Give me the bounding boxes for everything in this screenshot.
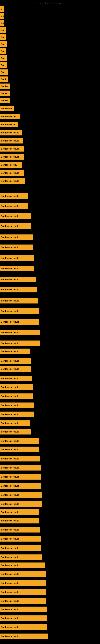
- bar-label: Bot: [1, 36, 4, 38]
- bottleneck-bar-13: Bottle: [0, 90, 10, 96]
- bar-label: Bottleneck result: [1, 140, 19, 142]
- bar-label: Bottleneck result: [1, 573, 19, 575]
- bottleneck-bar-12: Bottlen: [0, 84, 10, 89]
- bar-label: Bo: [1, 22, 4, 24]
- bottleneck-bar-34: Bottleneck result: [0, 287, 37, 292]
- bar-label: Bottleneck resu: [1, 164, 17, 166]
- bar-item: Bottleneck result: [0, 624, 47, 630]
- bar-label: Bottleneck result: [1, 205, 19, 207]
- bottleneck-bar-38: Bottleneck result: [0, 330, 40, 335]
- bar-label: Bottleneck result: [1, 180, 19, 182]
- bar-item: Bottleneck result: [0, 580, 46, 586]
- bar-label: Bottleneck result: [1, 466, 19, 469]
- bottleneck-bar-43: Bottleneck result: [0, 376, 32, 381]
- bar-label: Bottleneck result: [1, 440, 19, 442]
- bar-item: Bottleneck result: [0, 616, 47, 621]
- bar-item: Bottleneck result: [0, 412, 34, 417]
- bar-item: Bottleneck re: [0, 122, 18, 128]
- bar-label: Bottleneck result: [1, 503, 19, 505]
- bottleneck-bar-57: Bottleneck result: [0, 501, 42, 507]
- bar-label: Bot: [1, 29, 4, 31]
- bottleneck-bar-49: Bottleneck result: [0, 429, 31, 434]
- bar-label: Bottleneck result: [1, 484, 19, 487]
- bar-item: Bottleneck result: [0, 277, 36, 282]
- bottleneck-bar-15: Bottleneck: [0, 106, 14, 111]
- bar-item: Bottleneck result: [0, 509, 39, 515]
- bottleneck-bar-3: Bo: [0, 20, 4, 26]
- bar-label: Bottleneck result: [1, 288, 19, 291]
- bar-label: Bottleneck result: [1, 257, 19, 259]
- bottleneck-bar-66: Bottleneck result: [0, 580, 46, 586]
- bottleneck-bar-30: Bottleneck result: [0, 244, 33, 250]
- bar-item: Bottleneck result: [0, 394, 33, 399]
- bar-item: Bottleneck result: [0, 518, 39, 524]
- bar-item: Bottleneck result: [0, 474, 41, 480]
- bar-item: Bottleneck result: [0, 438, 39, 444]
- bottleneck-bar-71: Bottleneck result: [0, 624, 47, 630]
- site-title: TheBottlenecker.com: [37, 2, 63, 5]
- bottleneck-bar-61: Bottleneck result: [0, 536, 41, 542]
- bar-label: Bottleneck re: [1, 123, 15, 126]
- bar-item: Bottleneck result: [0, 348, 30, 354]
- bottleneck-bar-28: Bottleneck result: [0, 224, 31, 229]
- bar-label: Bottleneck result: [1, 556, 19, 558]
- bar-item: Bo: [0, 20, 4, 26]
- bar-item: Bottleneck result: [0, 130, 22, 136]
- bottleneck-bar-10: Bott: [0, 70, 8, 75]
- bar-item: Bot: [0, 34, 6, 40]
- bar-label: Bottleneck result: [1, 331, 19, 334]
- bar-label: Bottleneck result: [1, 520, 19, 522]
- bar-item: Bottleneck result: [0, 598, 46, 604]
- bar-item: Bott: [0, 62, 7, 68]
- bottleneck-bar-4: Bot: [0, 27, 6, 33]
- bar-label: Bottleneck result: [1, 494, 19, 496]
- bottleneck-bar-50: Bottleneck result: [0, 438, 39, 444]
- bar-item: Bottleneck result: [0, 420, 30, 426]
- bar-label: Bott: [1, 64, 5, 66]
- bottleneck-bar-31: Bottleneck result: [0, 255, 34, 261]
- bar-label: Bottleneck result: [1, 458, 19, 460]
- bar-item: Bottleneck result: [0, 402, 34, 408]
- bottleneck-bar-62: Bottleneck result: [0, 546, 41, 551]
- bar-item: Bottleneck result: [0, 492, 42, 498]
- bar-label: Bottleneck result: [1, 591, 19, 593]
- bottleneck-bar-17: Bottleneck re: [0, 122, 18, 128]
- bar-label: Bottleneck result: [1, 395, 19, 398]
- bottleneck-bar-54: Bottleneck result: [0, 474, 41, 480]
- bottleneck-bar-23: Bottleneck result: [0, 170, 24, 176]
- bottleneck-bar-41: Bottleneck result: [0, 358, 31, 364]
- bar-item: Bottleneck result: [0, 266, 34, 271]
- bar-label: Bottle: [1, 92, 7, 94]
- bar-label: Bottleneck result: [1, 132, 19, 134]
- bottleneck-bar-60: Bottleneck result: [0, 527, 40, 532]
- bar-item: Bottleneck result: [0, 146, 24, 152]
- bottleneck-bar-27: Bottleneck result: [0, 213, 31, 219]
- bar-label: Bot: [1, 50, 4, 52]
- bar-label: Bottleneck result: [1, 582, 19, 584]
- bar-item: Bottleneck result: [0, 298, 38, 304]
- bar-label: Bottleneck result: [1, 156, 19, 158]
- bar-label: Bottleneck result: [1, 246, 19, 248]
- bar-label: Bottleneck result: [1, 267, 19, 270]
- bottleneck-bar-5: Bot: [0, 34, 6, 40]
- bottleneck-bar-72: Bottleneck result: [0, 634, 48, 639]
- bar-label: Bottleneck result: [1, 626, 19, 628]
- bottleneck-bar-36: Bottleneck result: [0, 308, 39, 314]
- bar-label: Bottlen: [1, 85, 8, 88]
- bottleneck-bar-11: Bottl: [0, 76, 8, 82]
- bottleneck-bar-9: Bott: [0, 62, 7, 68]
- bottleneck-bar-16: Bottleneck resu: [0, 114, 20, 119]
- bar-item: Bottleneck result: [0, 234, 33, 240]
- bar-item: Bott: [0, 70, 8, 75]
- bar-item: Bottleneck result: [0, 203, 28, 209]
- bottleneck-bar-25: Bottleneck result: [0, 193, 28, 199]
- bar-label: Bottleneck result: [1, 215, 19, 217]
- bar-label: Bottleneck result: [1, 430, 19, 433]
- bar-item: Bottleneck result: [0, 193, 28, 199]
- bar-item: Bottleneck result: [0, 244, 33, 250]
- bar-item: Bottleneck resu: [0, 162, 22, 168]
- bottleneck-bar-20: Bottleneck result: [0, 146, 24, 152]
- bar-item: Bottleneck result: [0, 376, 32, 381]
- bar-item: Bottleneck result: [0, 527, 40, 532]
- bar-item: Bottlen: [0, 98, 10, 103]
